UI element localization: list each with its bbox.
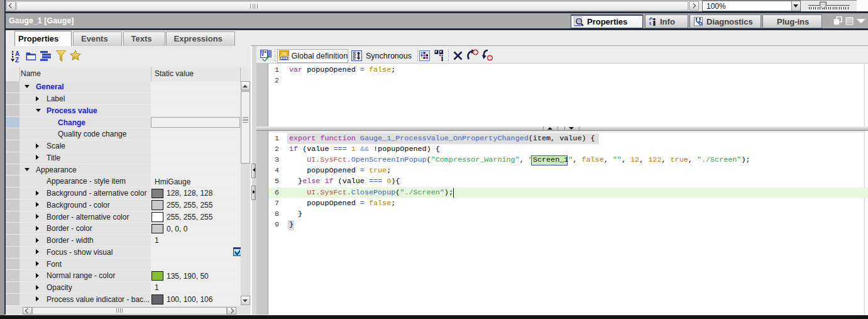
- svg-text:Z: Z: [15, 57, 19, 63]
- svg-text:JS: JS: [281, 51, 287, 57]
- svg-text:101: 101: [282, 57, 287, 60]
- svg-text:i: i: [441, 53, 443, 62]
